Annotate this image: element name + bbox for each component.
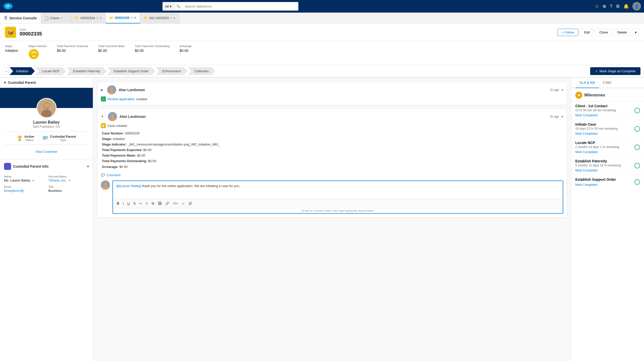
tab-inc-0000053-close[interactable]: ✕ [173, 16, 176, 20]
feed-item-2-action: 📋 Case created [101, 123, 563, 128]
favorites-icon[interactable]: ☆ [595, 4, 599, 9]
object-label: Case [20, 28, 42, 31]
account-edit-icon[interactable]: ✏ [68, 179, 71, 182]
feed-item-1-time: 1h ago [550, 88, 559, 92]
milestone-0-complete[interactable]: Mark Completed [575, 114, 616, 117]
tab-bar: ⠿ Service Console 📋 Cases ▾ 📁 00002334 ▾… [0, 13, 644, 24]
stage-establish-paternity[interactable]: Establish Paternity [67, 67, 107, 75]
tab-sla-kb[interactable]: SLA & KB [575, 78, 599, 88]
compose-text[interactable]: @[Lauren Bailey] thank you for the onlin… [113, 181, 563, 199]
feed-item-2-avatar [108, 112, 117, 121]
tab-00002335[interactable]: 📁 00002335 ▾ ✕ [106, 13, 140, 23]
svg-point-7 [41, 110, 52, 118]
comment-label[interactable]: 💬 Comment [101, 172, 563, 178]
mark-stage-complete-button[interactable]: ✓ Mark Stage as Complete [590, 67, 640, 75]
account-name-field: Account Name *Ohana, Inc. ✏ [49, 175, 89, 182]
edit-button[interactable]: Edit [580, 29, 593, 36]
feed-item-2: ▼ Alan Landsman 1h ago ▾ 📋 Case created … [97, 108, 567, 218]
view-customer-link[interactable]: View Customer [4, 148, 89, 156]
toolbar-strikethrough[interactable]: S [132, 200, 137, 206]
svg-text:NEW: NEW [31, 51, 37, 54]
record-info: Case 00002335 [20, 28, 42, 37]
tab-00002334-close[interactable]: ✕ [99, 16, 102, 20]
stage-locate-ncp[interactable]: Locate NCP [35, 67, 66, 75]
clone-button[interactable]: Clone [595, 29, 612, 36]
notifications-icon[interactable]: 🔔 [623, 4, 629, 9]
milestone-0-circle [634, 108, 640, 113]
compose-avatar [101, 180, 110, 190]
stage-establish-support-order[interactable]: Establish Support Order [107, 67, 155, 75]
toolbar-italic[interactable]: I [122, 200, 125, 206]
toolbar-numbered-list[interactable]: ⊞ [150, 200, 156, 206]
tab-00002334[interactable]: 📁 00002334 ▾ ✕ [71, 13, 106, 23]
toolbar-code[interactable]: </> [172, 200, 179, 206]
delete-button[interactable]: Delete [614, 29, 631, 36]
milestone-2-complete[interactable]: Mark Completed [575, 150, 619, 154]
toolbar-emoji[interactable]: ☺ [180, 200, 186, 206]
profile-location: San Francisco, CA [4, 125, 89, 128]
milestone-2-circle [634, 145, 640, 150]
feed-item-2-dropdown[interactable]: ▾ [561, 115, 563, 119]
info-row-2: Email bmurphcrm@ Title Business [4, 185, 89, 193]
status-badge: 🏆 Active Status [17, 135, 34, 141]
tab-c360[interactable]: C360 [599, 78, 615, 88]
svg-text:SF: SF [6, 4, 10, 8]
feed-item-1-dropdown[interactable]: ▾ [561, 88, 563, 92]
top-navigation: SF All ▾ 🔍 ☆ ⊕ ? ⚙ 🔔 👤 [0, 0, 644, 13]
help-icon[interactable]: ? [610, 4, 612, 9]
total-payments-outstanding-field: Total Payments Outstanding $0.00 [135, 45, 170, 60]
toolbar-mention[interactable]: @ [187, 200, 193, 206]
add-icon[interactable]: ⊕ [602, 4, 606, 9]
case-details: Case Number: 00002335 Stage: Initiation … [101, 131, 563, 170]
user-avatar[interactable]: 👤 [632, 2, 641, 11]
milestones-header: ★ Milestones [571, 88, 644, 101]
email-field: Email bmurphcrm@ [4, 185, 45, 193]
review-application-icon: ✓ [101, 96, 106, 101]
stage-nav-back[interactable]: › [4, 68, 9, 75]
nav-icons: ☆ ⊕ ? ⚙ 🔔 👤 [595, 2, 641, 11]
total-payments-expected-field: Total Payments Expected $0.00 [57, 45, 88, 60]
search-scope-button[interactable]: All ▾ [163, 2, 174, 11]
stage-navigation: › Initiation Locate NCP Establish Patern… [0, 65, 644, 78]
record-id: 00002335 [20, 31, 42, 37]
settings-icon[interactable]: ⚙ [616, 4, 620, 9]
app-menu-icon[interactable]: ⠿ [4, 15, 7, 21]
actions-dropdown-button[interactable]: ▾ [633, 29, 639, 36]
feed-item-2-expand[interactable]: ▼ [101, 115, 104, 118]
toolbar-indent[interactable]: ↦ [138, 200, 143, 206]
milestone-1-circle [634, 126, 640, 132]
feed-item-1-expand[interactable]: ▶ [101, 88, 103, 92]
milestone-4-complete[interactable]: Mark Completed [575, 183, 616, 187]
custodial-info-icon: 👤 [4, 163, 11, 170]
stage-collection[interactable]: Collection [188, 67, 215, 75]
toolbar-underline[interactable]: U [126, 200, 131, 206]
arrearage-field: Arrearage $0.00 [180, 45, 192, 60]
stage-initiation[interactable]: Initiation [10, 67, 35, 75]
toolbar-link[interactable]: 🔗 [164, 200, 171, 206]
feed-item-1-author: Alan Landsman [119, 88, 145, 92]
milestone-1-complete[interactable]: Mark Completed [575, 132, 618, 135]
stage-indicator-badge: NEW [28, 49, 39, 60]
search-input[interactable] [182, 2, 299, 11]
toolbar-bold[interactable]: B [115, 200, 120, 206]
record-header: 📦 Case 00002335 + Follow Edit Clone Dele… [0, 24, 644, 41]
case-icon: 📦 [5, 27, 16, 38]
milestone-establish-paternity: Establish Paternity 5 months 12 days 18 … [571, 156, 644, 175]
tab-cases[interactable]: 📋 Cases ▾ [41, 13, 71, 23]
tab-inc-0000053[interactable]: 📁 INC-0000053 ▾ ✕ [140, 13, 179, 23]
follow-button[interactable]: + Follow [557, 29, 578, 36]
tab-00002335-close[interactable]: ✕ [134, 16, 136, 20]
custodial-info-dropdown[interactable]: ▾ [87, 164, 89, 168]
center-panel: ▶ Alan Landsman 1h ago ▾ ✓ Review applic… [93, 78, 571, 361]
name-edit-icon[interactable]: ✏ [32, 179, 34, 182]
milestone-client-1st-contact: Client - 1st Contact 22 hr 50 min 38 sec… [571, 101, 644, 120]
profile-avatar [36, 98, 57, 118]
toolbar-image[interactable]: 🖼 [157, 200, 163, 206]
title-field: Title Business [49, 185, 89, 193]
svg-point-2 [29, 49, 39, 59]
milestone-3-complete[interactable]: Mark Completed [575, 169, 621, 172]
toolbar-bullet-list[interactable]: ≡ [144, 200, 149, 206]
name-value: Ms. Lauren Bailey ✏ [4, 178, 45, 182]
custodial-parent-title: Custodial Parent [8, 81, 36, 85]
stage-enforcement[interactable]: Enforcement [156, 67, 187, 75]
